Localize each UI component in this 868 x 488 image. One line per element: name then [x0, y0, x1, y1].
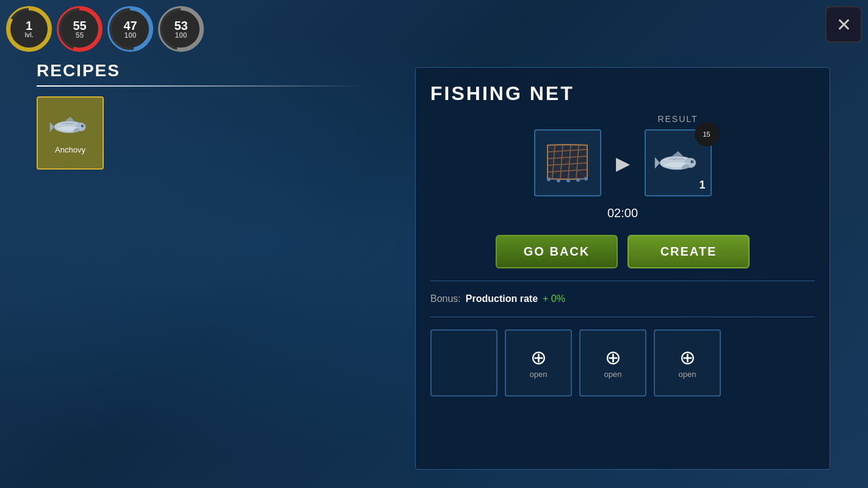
svg-point-21: [566, 179, 570, 182]
hud-health-circle: 55 55: [57, 6, 103, 52]
slot-3-plus: ⊕: [605, 348, 621, 367]
recipes-panel: RECIPES: [37, 61, 366, 170]
recipes-grid: Anchovy: [37, 96, 366, 170]
slot-3-label: open: [604, 370, 622, 379]
svg-marker-1: [50, 122, 54, 132]
svg-point-28: [692, 160, 693, 162]
svg-point-19: [547, 178, 551, 181]
slot-2-plus: ⊕: [530, 348, 547, 367]
hud-bar: 1 lvl. 55 55 47 100 53 100: [6, 6, 204, 52]
hunger-current: 53: [174, 20, 187, 32]
hunger-max: 100: [174, 32, 187, 39]
close-icon: ✕: [836, 14, 852, 35]
bonus-text: Production rate: [466, 293, 538, 304]
result-wrapper: RESULT: [645, 129, 712, 196]
go-back-button[interactable]: GO BACK: [496, 235, 618, 268]
recipe-anchovy-label: Anchovy: [55, 145, 85, 154]
craft-buttons: GO BACK CREATE: [430, 235, 815, 268]
slot-4-label: open: [679, 370, 696, 379]
hud-stamina-circle: 47 100: [107, 6, 153, 52]
svg-marker-29: [672, 151, 683, 156]
recipes-divider: [37, 85, 366, 87]
bonus-percent: + 0%: [543, 293, 565, 304]
panel-divider-1: [430, 281, 815, 281]
time-badge-value: 15: [703, 131, 710, 138]
craft-arrow-icon: ▶: [616, 152, 630, 174]
crafting-panel: FISHING NET: [415, 67, 830, 470]
close-button[interactable]: ✕: [825, 6, 862, 43]
bonus-prefix: Bonus:: [430, 293, 461, 304]
craft-area: ▶ RESULT: [430, 129, 815, 196]
hud-hunger-circle: 53 100: [158, 6, 204, 52]
svg-point-4: [82, 125, 83, 126]
panel-divider-2: [430, 317, 815, 317]
level-label: lvl.: [25, 32, 34, 38]
slot-3[interactable]: ⊕ open: [579, 329, 646, 396]
slots-row: ⊕ open ⊕ open ⊕ open: [430, 329, 815, 396]
anchovy-fish-icon: [49, 112, 92, 143]
recipes-title: RECIPES: [37, 61, 366, 81]
svg-point-22: [576, 178, 580, 182]
svg-point-23: [584, 177, 588, 181]
health-max: 55: [73, 32, 86, 39]
create-button[interactable]: CREATE: [627, 235, 750, 268]
svg-marker-5: [65, 117, 74, 121]
health-current: 55: [73, 20, 86, 32]
craft-input-slot: [534, 129, 601, 196]
bonus-line: Bonus: Production rate + 0%: [430, 289, 815, 309]
result-label: RESULT: [657, 114, 698, 124]
level-value: 1: [25, 20, 34, 32]
svg-point-20: [557, 179, 560, 182]
hud-level-circle: 1 lvl.: [6, 6, 52, 52]
slot-2[interactable]: ⊕ open: [505, 329, 572, 396]
recipe-item-anchovy[interactable]: Anchovy: [37, 96, 104, 170]
time-badge: 15: [695, 122, 719, 146]
slot-1[interactable]: [430, 329, 497, 396]
panel-title: FISHING NET: [430, 82, 815, 105]
slot-4[interactable]: ⊕ open: [654, 329, 721, 396]
craft-timer: 02:00: [430, 206, 815, 220]
slot-4-plus: ⊕: [679, 348, 696, 367]
result-count: 1: [699, 179, 705, 192]
svg-marker-25: [655, 157, 660, 168]
craft-result-slot: 1 15: [645, 129, 712, 196]
stamina-current: 47: [123, 20, 137, 32]
stamina-max: 100: [123, 32, 137, 39]
slot-2-label: open: [530, 370, 548, 379]
